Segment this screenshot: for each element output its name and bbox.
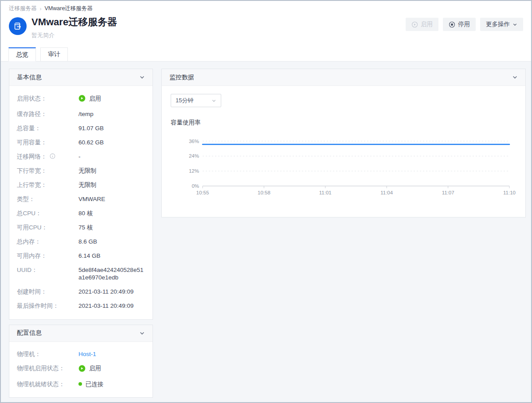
info-row: 启用状态：启用: [17, 91, 145, 107]
time-range-value: 15分钟: [176, 97, 193, 105]
info-row-value: 2021-03-11 20:49:09: [78, 288, 145, 295]
info-row-value: 无限制: [78, 181, 145, 189]
info-row-label: 迁移网络：: [17, 153, 78, 160]
enable-button-label: 启用: [421, 20, 433, 28]
info-row-label: 创建时间：: [17, 288, 78, 295]
info-row: 物理机：Host-1: [17, 347, 145, 361]
tab-audit[interactable]: 审计: [40, 47, 68, 62]
info-row: 可用内存：6.14 GB: [17, 249, 145, 263]
info-row-value: 已连接: [78, 380, 145, 388]
content: 基本信息 启用状态：启用缓存路径：/temp总容量：91.07 GB可用容量：6…: [1, 62, 531, 402]
tab-overview[interactable]: 总览: [8, 47, 36, 62]
basic-info-card-title: 基本信息: [17, 74, 42, 81]
monitor-card: 监控数据 15分钟 容量使用率 0%12%24%36%10:5510:5811: [161, 69, 526, 217]
chevron-down-icon: [512, 22, 517, 27]
info-row-label: 物理机：: [17, 350, 78, 358]
right-column: 监控数据 15分钟 容量使用率 0%12%24%36%10:5510:5811: [161, 69, 526, 217]
info-row: 最后操作时间：2021-03-11 20:49:09: [17, 299, 145, 313]
info-row: 物理机就绪状态：已连接: [17, 377, 145, 391]
info-icon[interactable]: [50, 153, 55, 159]
more-actions-button[interactable]: 更多操作: [480, 18, 523, 31]
info-row-value: 启用: [78, 364, 145, 374]
info-row-label: 下行带宽：: [17, 167, 78, 174]
capacity-usage-chart: 0%12%24%36%10:5510:5811:0111:0411:0711:1…: [171, 128, 516, 205]
svg-text:10:55: 10:55: [196, 190, 209, 195]
enable-button[interactable]: 启用: [406, 18, 438, 31]
info-row: 类型：VMWARE: [17, 192, 145, 206]
breadcrumb: 迁移服务器 › VMware迁移服务器: [1, 1, 531, 12]
info-row: 物理机启用状态：启用: [17, 361, 145, 377]
play-circle-icon: [411, 21, 418, 28]
config-info-card: 配置信息 物理机：Host-1物理机启用状态：启用物理机就绪状态：已连接: [9, 325, 153, 398]
chevron-down-icon[interactable]: [512, 74, 518, 80]
monitor-card-header[interactable]: 监控数据: [162, 69, 525, 86]
info-row-label: UUID：: [17, 266, 78, 281]
info-row: 总内存：8.6 GB: [17, 235, 145, 249]
chevron-right-icon: ›: [40, 6, 42, 12]
info-row: 总CPU：80 核: [17, 206, 145, 221]
svg-text:24%: 24%: [189, 153, 199, 159]
info-row-value: 75 核: [78, 224, 145, 231]
info-row-label: 物理机就绪状态：: [17, 380, 78, 388]
info-row: 创建时间：2021-03-11 20:49:09: [17, 285, 145, 299]
info-row-label: 缓存路径：: [17, 110, 78, 118]
time-range-select[interactable]: 15分钟: [171, 94, 221, 107]
disable-button-label: 停用: [458, 20, 470, 28]
info-row-label: 类型：: [17, 195, 78, 203]
info-row: 迁移网络：-: [17, 150, 145, 164]
info-row-label: 总容量：: [17, 124, 78, 132]
info-row-value: 8.6 GB: [78, 238, 145, 245]
svg-text:11:07: 11:07: [442, 190, 454, 195]
basic-info-rows: 启用状态：启用缓存路径：/temp总容量：91.07 GB可用容量：60.62 …: [9, 86, 153, 319]
page-subtitle: 暂无简介: [31, 31, 117, 39]
info-row-value: VMWARE: [78, 195, 145, 203]
basic-info-card-header[interactable]: 基本信息: [9, 69, 153, 86]
info-row-value: -: [78, 153, 145, 160]
info-row-label: 可用CPU：: [17, 224, 78, 231]
basic-info-card: 基本信息 启用状态：启用缓存路径：/temp总容量：91.07 GB可用容量：6…: [9, 69, 153, 320]
info-row-value: 80 核: [78, 209, 145, 217]
config-info-card-header[interactable]: 配置信息: [9, 325, 153, 342]
info-row-value: 6.14 GB: [78, 252, 145, 260]
info-row-label: 物理机启用状态：: [17, 364, 78, 374]
info-row: 可用CPU：75 核: [17, 221, 145, 235]
breadcrumb-item-current: VMware迁移服务器: [45, 5, 93, 12]
disable-button[interactable]: 停用: [443, 18, 476, 31]
info-row-value: 60.62 GB: [78, 139, 145, 146]
info-row-value: 启用: [78, 95, 145, 104]
enabled-status-icon: [78, 365, 86, 374]
enabled-status-icon: [78, 95, 86, 104]
info-row-label: 上行带宽：: [17, 181, 78, 189]
info-row: 可用容量：60.62 GB: [17, 136, 145, 150]
migration-server-icon: [9, 17, 27, 35]
capacity-chart-svg: 0%12%24%36%10:5510:5811:0111:0411:0711:1…: [171, 128, 516, 204]
svg-text:10:58: 10:58: [258, 190, 270, 195]
physical-host-link[interactable]: Host-1: [78, 350, 145, 358]
info-row-label: 可用容量：: [17, 139, 78, 146]
info-row-value: /temp: [78, 110, 145, 118]
page-title: VMware迁移服务器: [31, 16, 117, 28]
svg-text:11:01: 11:01: [319, 190, 332, 195]
info-row: 上行带宽：无限制: [17, 178, 145, 192]
info-row-value: 无限制: [78, 167, 145, 174]
info-row-value: 5de8f4ae424240528e51a1e6970e1edb: [78, 266, 145, 281]
svg-text:36%: 36%: [189, 139, 199, 144]
chevron-down-icon: [211, 98, 216, 103]
title-block: VMware迁移服务器 暂无简介: [31, 16, 117, 39]
svg-text:0%: 0%: [192, 183, 199, 189]
chart-title: 容量使用率: [171, 119, 516, 127]
info-row: 总容量：91.07 GB: [17, 121, 145, 136]
page: 迁移服务器 › VMware迁移服务器 VMware迁移服务器 暂无简介: [0, 0, 532, 403]
info-row-label: 可用内存：: [17, 252, 78, 260]
connected-dot-icon: [78, 382, 82, 386]
info-row-value: 2021-03-11 20:49:09: [78, 302, 145, 310]
chevron-down-icon[interactable]: [139, 330, 145, 336]
chevron-down-icon[interactable]: [139, 74, 145, 80]
info-row: 下行带宽：无限制: [17, 164, 145, 178]
monitor-body: 15分钟 容量使用率 0%12%24%36%10:5510:5811:0111:…: [162, 86, 525, 217]
breadcrumb-item-migration-servers[interactable]: 迁移服务器: [9, 5, 37, 12]
info-row-label: 启用状态：: [17, 95, 78, 104]
info-row-label: 最后操作时间：: [17, 302, 78, 310]
info-row: UUID：5de8f4ae424240528e51a1e6970e1edb: [17, 263, 145, 285]
info-row-label: 总CPU：: [17, 209, 78, 217]
